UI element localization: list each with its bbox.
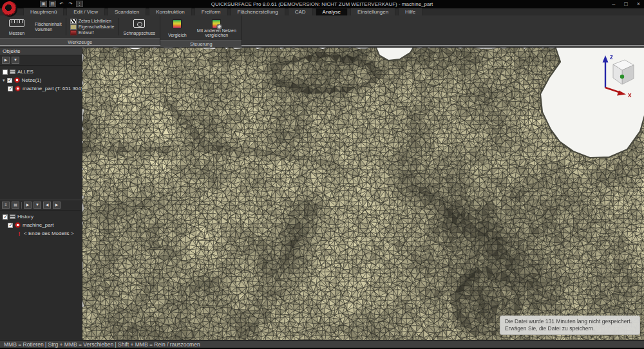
history-item-machine-part[interactable]: machine_part [0, 221, 82, 229]
history-root[interactable]: History [0, 212, 82, 221]
history-machine-part-label: machine_part [23, 222, 53, 228]
objects-panel-toolbar [0, 55, 82, 66]
minimize-button[interactable]: – [612, 1, 615, 7]
entwurf-label: Entwurf [79, 30, 94, 35]
status-bar: MMB = Rotieren | Strg + MMB = Verschiebe… [0, 340, 644, 349]
notification-line2: Erwägen Sie, die Datei zu speichern. [505, 325, 635, 332]
ribbon-group-werkzeuge: Messen Flächeninhalt Volumen Zebra Licht… [0, 15, 160, 45]
zebra-label: Zebra Lichtlinien [79, 19, 111, 23]
mit-anderen-netzen-vergleichen-button[interactable]: Mit anderen Netzen vergleichen [193, 17, 240, 39]
application-window: QUICKSURFACE Pro 8.0.61 (DEMOVERSION: NI… [0, 0, 644, 349]
entwurf-button[interactable]: Entwurf [70, 30, 115, 35]
history-machine-part-checkbox[interactable] [8, 223, 13, 228]
more-options-icon[interactable] [76, 1, 83, 7]
model-end-label: < Ende des Modells > [24, 231, 73, 236]
group-label-werkzeuge: Werkzeuge [0, 38, 160, 45]
skip-to-end-icon[interactable] [53, 202, 61, 209]
compare-gradient-icon [173, 19, 182, 28]
netze-checkbox[interactable] [7, 78, 12, 83]
objects-panel-title: Objekte [0, 48, 82, 55]
chevron-down-icon[interactable] [3, 77, 5, 83]
open-icon[interactable] [49, 1, 56, 7]
tree-view-icon[interactable] [12, 202, 19, 209]
maximize-button[interactable]: □ [624, 1, 627, 7]
3d-viewport[interactable]: z x Die Datei wurde 131 Minuten lang nic… [82, 48, 644, 340]
volumen-button[interactable]: Volumen [34, 27, 62, 32]
window-title: QUICKSURFACE Pro 8.0.61 (DEMOVERSION: NI… [0, 1, 644, 7]
camera-icon [133, 19, 145, 28]
history-checkbox[interactable] [3, 214, 8, 220]
filter-icon[interactable] [12, 57, 19, 64]
list-view-icon[interactable] [2, 202, 10, 209]
history-panel-toolbar [0, 200, 82, 211]
draft-icon [70, 30, 77, 35]
ruler-icon [9, 19, 24, 27]
unsaved-file-notification: Die Datei wurde 131 Minuten lang nicht g… [500, 316, 640, 335]
mit-anderen-label: Mit anderen Netzen vergleichen [194, 28, 238, 37]
run-icon[interactable] [2, 57, 10, 64]
redo-icon[interactable] [67, 1, 74, 7]
objects-panel: Objekte ALLES Netze(1) [0, 48, 82, 200]
menu-bar: Hauptmenü Edit / View Scandaten Konstruk… [0, 8, 644, 15]
left-sidebar: Objekte ALLES Netze(1) [0, 48, 82, 340]
tree-item-netze[interactable]: Netze(1) [0, 76, 82, 84]
history-panel: History machine_part < Ende des Modells … [0, 200, 82, 340]
compare-meshes-gradient-gear-icon [212, 19, 221, 28]
ribbon-group-steuerung: Vergleich Mit anderen Netzen vergleichen… [160, 15, 242, 45]
history-label: History [17, 214, 33, 220]
y-axis-dot-icon [620, 75, 624, 79]
mesh-canvas[interactable] [82, 48, 644, 340]
ribbon-toolbar: Messen Flächeninhalt Volumen Zebra Licht… [0, 15, 644, 46]
property-map-icon [70, 24, 77, 30]
history-icon [10, 214, 15, 219]
main-content: Objekte ALLES Netze(1) [0, 48, 644, 340]
messen-label: Messen [9, 31, 25, 35]
messen-button[interactable]: Messen [2, 17, 32, 37]
navigation-cube[interactable]: z x [591, 50, 636, 98]
notification-line1: Die Datei wurde 131 Minuten lang nicht g… [505, 318, 635, 325]
volumen-label: Volumen [35, 27, 52, 32]
quick-access-toolbar [40, 1, 83, 7]
close-button[interactable]: × [637, 1, 640, 7]
zebra-lichtlinien-button[interactable]: Zebra Lichtlinien [70, 19, 115, 24]
tree-item-machine-part[interactable]: machine_part (T: 651 304) [0, 84, 82, 93]
z-axis-label: z [610, 53, 613, 61]
machine-part-label: machine_part (T: 651 304) [23, 86, 82, 91]
machine-part-checkbox[interactable] [8, 86, 13, 91]
save-icon[interactable] [40, 1, 47, 7]
vergleich-button[interactable]: Vergleich [162, 17, 192, 39]
history-filter-icon[interactable] [33, 202, 41, 209]
history-tree: History machine_part < Ende des Modells … [0, 211, 82, 238]
mouse-hints-text: MMB = Rotieren | Strg + MMB = Verschiebe… [4, 341, 200, 348]
zebra-stripes-icon [70, 19, 77, 24]
window-controls: – □ × [612, 1, 640, 7]
mesh-gear-icon [14, 77, 20, 83]
eigenschaftskarte-label: Eigenschaftskarte [79, 24, 115, 29]
app-logo-icon [2, 1, 17, 17]
flaecheninhalt-label: Flächeninhalt [35, 22, 62, 26]
layers-icon [10, 70, 15, 74]
mesh-gear-icon [15, 222, 21, 228]
history-item-model-end[interactable]: < Ende des Modells > [0, 229, 82, 238]
x-axis-label: x [628, 91, 632, 98]
flaecheninhalt-button[interactable]: Flächeninhalt [34, 22, 62, 26]
model-end-marker-icon [17, 231, 22, 237]
vergleich-label: Vergleich [168, 33, 187, 37]
schnappschuss-button[interactable]: Schnappschuss [120, 17, 158, 37]
skip-to-start-icon[interactable] [43, 202, 51, 209]
eigenschaftskarte-button[interactable]: Eigenschaftskarte [70, 24, 115, 30]
mesh-gear-icon [15, 86, 21, 91]
schnappschuss-label: Schnappschuss [124, 31, 155, 35]
group-label-steuerung: Steuerung [160, 40, 242, 47]
replay-icon[interactable] [24, 202, 32, 209]
alles-checkbox[interactable] [3, 70, 8, 75]
tree-item-alles[interactable]: ALLES [0, 68, 82, 76]
undo-icon[interactable] [58, 1, 65, 7]
alles-label: ALLES [17, 69, 33, 75]
objects-tree: ALLES Netze(1) machine_part (T: 651 304) [0, 66, 82, 93]
netze-label: Netze(1) [22, 77, 42, 83]
